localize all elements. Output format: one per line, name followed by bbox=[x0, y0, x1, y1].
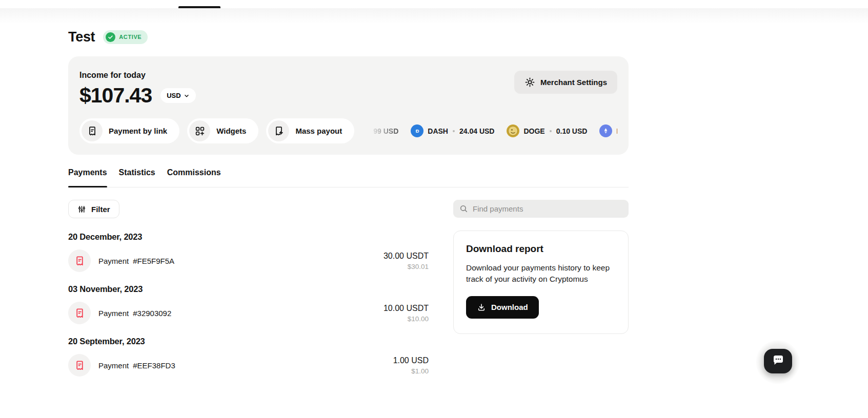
merchant-title-row: Test ACTIVE bbox=[68, 28, 629, 46]
download-report-card: Download report Download your payments h… bbox=[453, 231, 629, 334]
payment-amount: 10.00 USDT bbox=[383, 304, 429, 313]
ticker-separator bbox=[453, 130, 455, 132]
payment-row[interactable]: Payment #EEF38FD3 1.00 USD $1.00 bbox=[68, 354, 429, 377]
page-title: Test bbox=[68, 29, 95, 45]
filter-label: Filter bbox=[91, 205, 110, 214]
income-card: Income for today $107.43 USD bbox=[68, 56, 629, 155]
income-label: Income for today bbox=[79, 71, 196, 80]
income-amount: $107.43 bbox=[79, 83, 152, 108]
tab-payments[interactable]: Payments bbox=[68, 166, 107, 187]
payment-row[interactable]: Payment #32903092 10.00 USDT $10.00 bbox=[68, 302, 429, 324]
payment-by-link-button[interactable]: Payment by link bbox=[79, 118, 179, 143]
filter-area: Filter bbox=[68, 200, 441, 218]
header-gradient bbox=[0, 8, 868, 24]
search-input[interactable] bbox=[473, 204, 622, 213]
section-tabs: Payments Statistics Commissions bbox=[68, 166, 629, 187]
payment-row[interactable]: Payment #FE5F9F5A 30.00 USDT $30.01 bbox=[68, 249, 429, 272]
payment-id: #32903092 bbox=[133, 309, 171, 318]
ticker-item-dash: Đ DASH 24.04 USD bbox=[411, 124, 494, 137]
payment-id: #EEF38FD3 bbox=[133, 361, 175, 370]
ticker-price: 0.10 USD bbox=[556, 127, 588, 135]
filter-button[interactable]: Filter bbox=[68, 200, 119, 218]
merchant-settings-label: Merchant Settings bbox=[540, 78, 607, 87]
ticker-price: 24.04 USD bbox=[459, 127, 494, 135]
tab-statistics[interactable]: Statistics bbox=[119, 166, 155, 187]
payment-type: Payment bbox=[98, 361, 129, 370]
status-badge: ACTIVE bbox=[103, 30, 148, 44]
active-nav-indicator bbox=[178, 6, 220, 8]
date-heading: 20 December, 2023 bbox=[68, 232, 429, 242]
tab-commissions[interactable]: Commissions bbox=[167, 166, 221, 187]
ticker-item-doge: DOGE 0.10 USD bbox=[507, 124, 587, 137]
widgets-label: Widgets bbox=[216, 127, 246, 135]
ticker-item-eth: ETH 2 577.11 US bbox=[599, 124, 617, 137]
ticker-symbol: DASH bbox=[428, 127, 448, 135]
currency-dropdown[interactable]: USD bbox=[160, 88, 195, 103]
merchant-settings-button[interactable]: Merchant Settings bbox=[514, 71, 617, 94]
payment-fiat-amount: $1.00 bbox=[393, 367, 429, 375]
download-icon bbox=[477, 303, 486, 312]
doge-coin-icon bbox=[507, 124, 519, 137]
payment-receipt-icon bbox=[68, 302, 91, 324]
chevron-down-icon bbox=[184, 93, 190, 99]
payment-type: Payment bbox=[98, 309, 129, 318]
ticker-symbol: DOGE bbox=[523, 127, 544, 135]
receipt-icon bbox=[82, 120, 103, 141]
widgets-button[interactable]: Widgets bbox=[187, 118, 258, 143]
eth-coin-icon bbox=[599, 124, 612, 137]
dash-coin-icon: Đ bbox=[411, 124, 423, 137]
payment-id: #FE5F9F5A bbox=[133, 257, 174, 265]
payment-fiat-amount: $30.01 bbox=[383, 263, 429, 270]
svg-text:Đ: Đ bbox=[415, 128, 419, 133]
income-block: Income for today $107.43 USD bbox=[79, 71, 196, 108]
merchant-dashboard: Test ACTIVE Income for today $107.43 USD bbox=[68, 28, 629, 389]
payment-type: Payment bbox=[98, 257, 129, 265]
payment-receipt-icon bbox=[68, 249, 91, 272]
date-heading: 20 September, 2023 bbox=[68, 337, 429, 346]
search-box bbox=[453, 200, 629, 218]
gear-icon bbox=[524, 77, 535, 88]
date-heading: 03 November, 2023 bbox=[68, 284, 429, 294]
payment-receipt-icon bbox=[68, 354, 91, 377]
mass-payout-button[interactable]: Mass payout bbox=[266, 118, 354, 143]
chat-bubble-icon bbox=[772, 355, 785, 367]
receipt-star-icon bbox=[268, 120, 289, 141]
top-nav-bar bbox=[0, 0, 868, 8]
crypto-price-ticker: 99 USD Đ DASH 24.04 USD bbox=[373, 124, 617, 137]
payment-amount: 1.00 USD bbox=[393, 356, 429, 365]
ticker-item-partial: 99 USD bbox=[373, 127, 398, 135]
status-badge-label: ACTIVE bbox=[119, 34, 142, 40]
payment-fiat-amount: $10.00 bbox=[383, 315, 429, 323]
mass-payout-label: Mass payout bbox=[295, 127, 342, 135]
download-label: Download bbox=[491, 303, 528, 311]
ticker-separator bbox=[550, 130, 552, 132]
payment-amount: 30.00 USDT bbox=[383, 252, 429, 261]
search-icon bbox=[459, 204, 468, 213]
chat-launcher-button[interactable] bbox=[764, 349, 792, 373]
sliders-icon bbox=[77, 205, 86, 214]
currency-value: USD bbox=[167, 92, 180, 99]
payment-list: 20 December, 2023 Payment #FE5F9F5A 30.0… bbox=[68, 232, 441, 389]
payment-by-link-label: Payment by link bbox=[109, 127, 167, 135]
download-button[interactable]: Download bbox=[466, 296, 539, 319]
ticker-symbol: ETH bbox=[616, 127, 617, 135]
check-circle-icon bbox=[106, 32, 115, 42]
report-title: Download report bbox=[466, 243, 616, 255]
widgets-icon bbox=[189, 120, 210, 141]
report-description: Download your payments history to keep t… bbox=[466, 262, 616, 285]
